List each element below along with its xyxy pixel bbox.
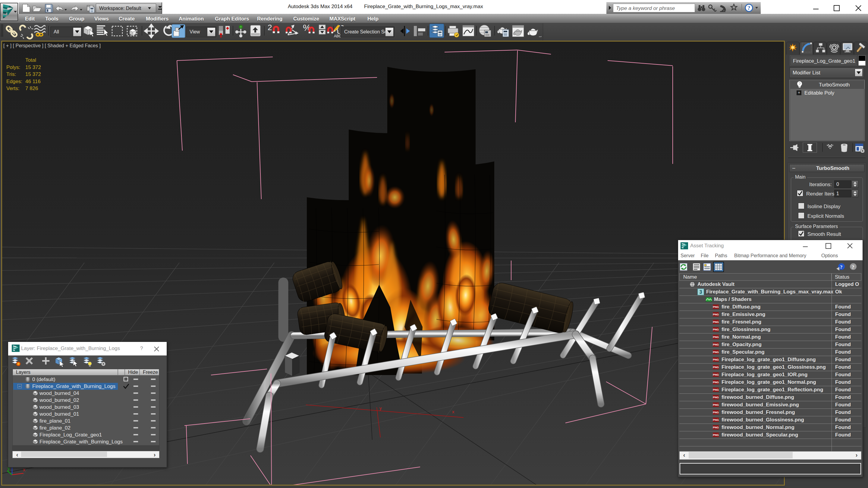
svg-text:x: x	[23, 467, 25, 472]
svg-text:y: y	[379, 405, 382, 411]
svg-text:x: x	[452, 409, 455, 414]
svg-text:ABC: ABC	[334, 34, 341, 38]
svg-text:?: ?	[852, 264, 855, 270]
svg-text:?: ?	[747, 5, 750, 11]
svg-text:?: ?	[840, 264, 843, 270]
svg-text:2: 2	[268, 23, 272, 32]
